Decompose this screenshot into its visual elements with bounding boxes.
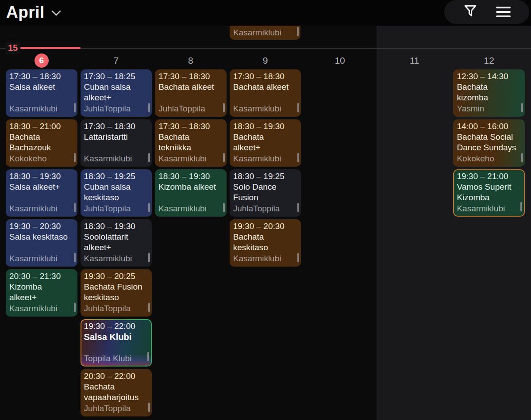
event-time: 18:30 – 21:00 — [9, 121, 74, 132]
events-grid: 17:30 – 18:30Salsa alkeetKasarmiklubi18:… — [6, 69, 525, 416]
event-card[interactable]: 19:30 – 20:25Bachata Fusion keskitasoJuh… — [81, 269, 152, 317]
event-card[interactable]: 20:30 – 22:00Bachata vapaaharjoitusJuhla… — [81, 369, 152, 416]
hamburger-menu-icon[interactable] — [496, 7, 511, 17]
day-header-6[interactable]: 6 — [6, 52, 77, 69]
event-time: 17:30 – 18:30 — [158, 121, 223, 132]
event-title: Bachata alkeet — [233, 82, 298, 92]
event-time: 18:30 – 19:30 — [84, 221, 149, 232]
event-location: Kasarmiklubi — [233, 153, 298, 164]
event-location: JuhlaToppila — [84, 203, 149, 214]
event-time: 18:30 – 19:25 — [84, 171, 149, 182]
event-location: JuhlaToppila — [84, 103, 149, 114]
event-location: Kasarmiklubi — [457, 203, 521, 214]
event-title: Bachata Social Dance Sundays — [457, 132, 521, 153]
event-time: 17:30 – 18:25 — [84, 71, 149, 82]
event-card[interactable]: 18:30 – 19:25Solo Dance FusionJuhlaToppi… — [230, 169, 301, 217]
event-location: Kasarmiklubi — [9, 303, 74, 314]
day-header-9[interactable]: 9 — [230, 52, 301, 69]
event-location: Toppila Klubi — [84, 353, 149, 364]
event-card[interactable]: 19:30 – 20:30Salsa keskitasoKasarmiklubi — [6, 219, 77, 267]
event-time: 12:30 – 14:30 — [457, 71, 521, 82]
scroll-indicator — [74, 103, 76, 112]
event-time: 19:30 – 20:25 — [84, 271, 149, 282]
event-location: Kasarmiklubi — [233, 28, 281, 38]
app-bar: April — [0, 0, 531, 26]
event-time: 20:30 – 21:30 — [9, 271, 74, 282]
event-title: Cuban salsa keskitaso — [84, 182, 149, 203]
event-location: Yasmin — [457, 103, 521, 114]
event-time: 18:30 – 19:30 — [233, 121, 298, 132]
event-card[interactable]: 20:30 – 21:30Kizomba alkeet+Kasarmiklubi — [6, 269, 77, 317]
event-card[interactable]: 18:30 – 19:30Bachata alkeet+Kasarmiklubi — [230, 119, 301, 167]
event-title: Vamos Superit Kizomba — [457, 182, 521, 203]
filter-icon[interactable] — [463, 4, 478, 20]
event-title: Bachata Bachazouk — [9, 132, 74, 153]
event-card[interactable]: 12:30 – 14:30Bachata kizombaYasmin — [453, 69, 525, 117]
event-title: Kizomba alkeet+ — [9, 282, 74, 303]
event-location: Kasarmiklubi — [158, 153, 223, 164]
event-location: Kasarmiklubi — [9, 203, 74, 214]
scroll-indicator — [147, 352, 149, 361]
day-header-11[interactable]: 11 — [379, 52, 450, 69]
scroll-indicator — [223, 153, 225, 162]
event-card[interactable]: 19:30 – 20:30Bachata keskitasoKasarmiklu… — [230, 219, 301, 267]
event-card[interactable]: 17:30 – 18:30Salsa alkeetKasarmiklubi — [6, 69, 77, 117]
event-location: JuhlaToppila — [158, 103, 223, 114]
event-card[interactable]: 18:30 – 19:30Salsa alkeet+Kasarmiklubi — [6, 169, 77, 217]
event-card[interactable]: 18:30 – 19:30Kizomba alkeetKasarmiklubi — [155, 169, 227, 217]
scroll-indicator — [297, 203, 299, 212]
event-title: Bachata keskitaso — [233, 232, 298, 253]
scroll-indicator — [148, 203, 150, 212]
event-card[interactable]: 19:30 – 22:00Salsa KlubiToppila Klubi — [81, 319, 152, 367]
event-card[interactable]: 17:30 – 18:25Cuban salsa alkeet+JuhlaTop… — [81, 69, 152, 117]
event-time: 19:30 – 22:00 — [84, 321, 149, 332]
event-location: JuhlaToppila — [84, 403, 149, 414]
event-card[interactable]: 14:00 – 16:00Bachata Social Dance Sunday… — [453, 119, 525, 167]
event-title: Salsa alkeet — [9, 82, 74, 92]
scroll-indicator — [74, 303, 76, 312]
event-card[interactable]: 17:30 – 18:30Bachata alkeetJuhlaToppila — [155, 69, 227, 117]
month-title: April — [6, 3, 45, 22]
event-title: Bachata Fusion keskitaso — [84, 282, 149, 303]
chevron-down-icon — [51, 10, 62, 18]
event-card[interactable]: 17:30 – 18:30LattaristarttiKasarmiklubi — [81, 119, 152, 167]
event-title: Solo Dance Fusion — [233, 182, 298, 203]
day-header-12[interactable]: 12 — [453, 52, 525, 69]
event-time: 18:30 – 19:25 — [233, 171, 298, 182]
scroll-indicator — [297, 253, 299, 262]
event-location: Kasarmiklubi — [84, 253, 149, 264]
event-location: Kasarmiklubi — [233, 103, 298, 114]
day-header-8[interactable]: 8 — [155, 52, 227, 69]
event-card[interactable]: 17:30 – 18:30Bachata alkeetKasarmiklubi — [230, 69, 301, 117]
event-title: Bachata alkeet+ — [233, 132, 298, 153]
event-time: 18:30 – 19:30 — [158, 171, 223, 182]
event-title: Cuban salsa alkeet+ — [84, 82, 149, 103]
event-title: Lattaristartti — [84, 132, 149, 142]
scroll-indicator — [74, 253, 76, 262]
scroll-indicator — [148, 403, 150, 412]
scroll-indicator — [74, 203, 76, 212]
scroll-indicator — [520, 202, 522, 211]
month-selector[interactable]: April — [6, 1, 62, 24]
event-location: JuhlaToppila — [233, 203, 298, 214]
event-card[interactable]: 18:30 – 19:25Cuban salsa keskitasoJuhlaT… — [81, 169, 152, 217]
event-title: Bachata alkeet — [158, 82, 223, 92]
event-card[interactable]: 19:30 – 21:00Vamos Superit KizombaKasarm… — [453, 169, 525, 217]
event-time: 19:30 – 20:30 — [9, 221, 74, 232]
event-location: Kasarmiklubi — [9, 253, 74, 264]
calendar-week-view: Kasarmiklubi April 15 6789101112 17:30 –… — [0, 0, 531, 420]
scroll-indicator — [223, 203, 225, 212]
event-card[interactable]: 17:30 – 18:30Bachata tekniikkaKasarmiklu… — [155, 119, 227, 167]
event-title: Soololattarit alkeet+ — [84, 232, 149, 253]
event-card[interactable]: 18:30 – 19:30Soololattarit alkeet+Kasarm… — [81, 219, 152, 267]
event-title: Bachata kizomba — [457, 82, 521, 103]
event-title: Salsa Klubi — [84, 332, 149, 342]
scroll-indicator — [297, 153, 299, 162]
event-title: Bachata vapaaharjoitus — [84, 382, 149, 403]
day-header-row: 6789101112 — [6, 52, 525, 69]
day-header-7[interactable]: 7 — [81, 52, 152, 69]
event-time: 17:30 – 18:30 — [158, 71, 223, 82]
day-header-10[interactable]: 10 — [304, 52, 376, 69]
event-card[interactable]: 18:30 – 21:00Bachata BachazoukKokokeho — [6, 119, 77, 167]
scroll-indicator — [521, 153, 523, 162]
